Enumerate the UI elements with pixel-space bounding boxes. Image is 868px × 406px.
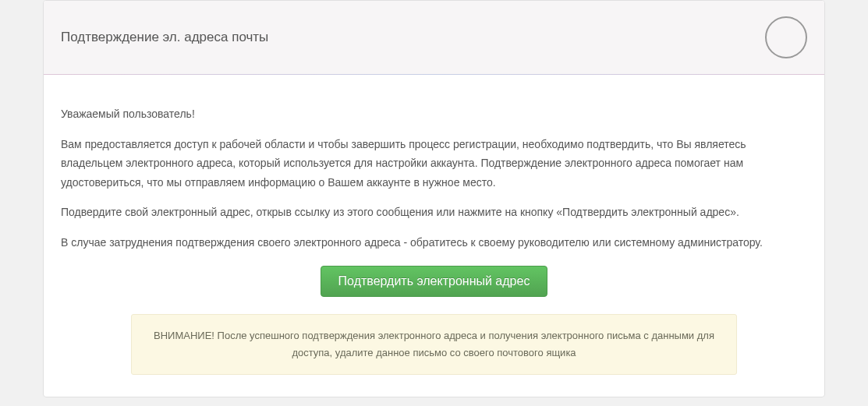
warning-text: После успешного подтверждения электронно… [214,330,714,358]
greeting-text: Уважаемый пользователь! [61,104,807,124]
warning-notice: ВНИМАНИЕ! После успешного подтверждения … [131,314,737,375]
info-paragraph-3: В случае затруднения подтверждения своег… [61,233,807,252]
card-body: Уважаемый пользователь! Вам предоставляе… [44,75,824,397]
card-header: Подтверждение эл. адреса почты [44,1,824,75]
info-paragraph-1: Вам предоставляется доступ к рабочей обл… [61,135,807,192]
email-confirmation-card: Подтверждение эл. адреса почты Уважаемый… [43,0,825,397]
header-title: Подтверждение эл. адреса почты [61,30,268,45]
button-row: Подтвердить электронный адрес [61,266,807,297]
confirm-email-button[interactable]: Подтвердить электронный адрес [321,266,548,297]
avatar-placeholder-icon [765,16,807,58]
warning-prefix: ВНИМАНИЕ! [154,330,214,341]
info-paragraph-2: Подвердите свой электронный адрес, откры… [61,203,807,222]
